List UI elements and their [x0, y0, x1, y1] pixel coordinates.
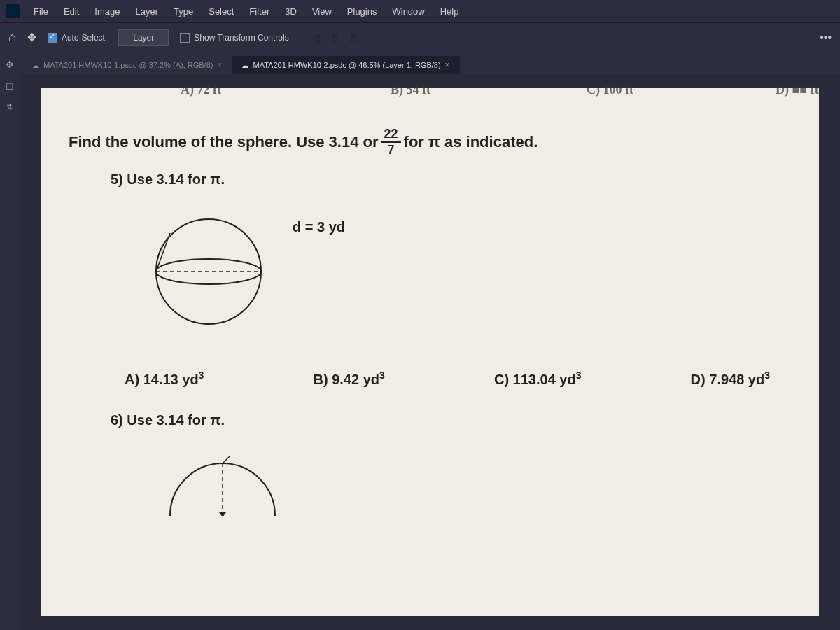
instruction-part2: for π as indicated. [404, 133, 538, 151]
auto-select-checkbox-wrapper: Auto-Select: [48, 33, 107, 43]
diameter-label: d = 3 yd [293, 219, 345, 235]
align-left-icon[interactable]: ▯ [314, 31, 327, 44]
main-area: ✥ ◻ ↯ ☁ MATA201 HMWK10-1.psdc @ 37.2% (A… [0, 52, 840, 630]
sphere-diagram [146, 209, 272, 335]
answer-a: A) 14.13 yd3 [125, 370, 204, 388]
prev-answer-b: B) 54 ft [391, 83, 430, 97]
close-tab-1-icon[interactable]: × [217, 60, 222, 70]
sphere2-diagram-area [160, 446, 791, 519]
menu-window[interactable]: Window [385, 4, 431, 20]
fraction-numerator: 22 [382, 127, 401, 143]
menu-3d[interactable]: 3D [278, 4, 304, 20]
menu-image[interactable]: Image [88, 4, 127, 20]
doc-tab-1-label: MATA201 HMWK10-1.psdc @ 37.2% (A), RGB/8… [43, 61, 213, 69]
auto-select-checkbox[interactable] [48, 33, 57, 43]
layer-dropdown[interactable]: Layer [118, 29, 169, 46]
show-transform-checkbox[interactable] [180, 33, 190, 43]
alignment-icons-group: ▯ ▯ ▯ [314, 31, 363, 44]
options-bar: ⌂ ✥ Auto-Select: Layer Show Transform Co… [0, 22, 840, 52]
lasso-tool[interactable]: ↯ [0, 97, 20, 116]
fraction-denominator: 7 [385, 143, 398, 158]
canvas-area: ☁ MATA201 HMWK10-1.psdc @ 37.2% (A), RGB… [20, 52, 840, 630]
show-transform-label: Show Transform Controls [194, 33, 288, 43]
doc-tab-2[interactable]: ☁ MATA201 HMWK10-2.psdc @ 46.5% (Layer 1… [232, 56, 459, 74]
answer-b: B) 9.42 yd3 [314, 370, 385, 388]
app-logo-icon [6, 4, 20, 18]
menu-plugins[interactable]: Plugins [340, 4, 384, 20]
menu-view[interactable]: View [305, 4, 339, 20]
doc-tab-2-label: MATA201 HMWK10-2.psdc @ 46.5% (Layer 1, … [253, 61, 440, 69]
menu-select[interactable]: Select [202, 4, 241, 20]
toolbox: ✥ ◻ ↯ [0, 52, 20, 630]
sphere2-diagram [160, 446, 286, 516]
answer-c: C) 113.04 yd3 [494, 370, 582, 388]
instruction-part1: Find the volume of the sphere. Use 3.14 … [69, 133, 379, 151]
answers-row: A) 14.13 yd3 B) 9.42 yd3 C) 113.04 yd3 D… [125, 370, 770, 388]
more-options-icon[interactable]: ••• [820, 31, 832, 44]
svg-marker-6 [219, 512, 226, 516]
document-tabs: ☁ MATA201 HMWK10-1.psdc @ 37.2% (A), RGB… [20, 52, 840, 74]
diagram-area: d = 3 yd [146, 209, 791, 335]
menu-layer[interactable]: Layer [129, 4, 166, 20]
auto-select-label: Auto-Select: [62, 33, 107, 43]
move-tool[interactable]: ✥ [0, 55, 20, 74]
svg-line-5 [223, 456, 230, 463]
doc-tab-1[interactable]: ☁ MATA201 HMWK10-1.psdc @ 37.2% (A), RGB… [22, 56, 232, 74]
menubar: File Edit Image Layer Type Select Filter… [0, 0, 840, 22]
align-center-icon[interactable]: ▯ [332, 31, 345, 44]
question-5-label: 5) Use 3.14 for π. [111, 172, 791, 188]
fraction-22-7: 22 7 [382, 127, 401, 158]
align-right-icon[interactable]: ▯ [351, 31, 363, 44]
canvas-viewport[interactable]: A) 72 ft B) 54 ft C) 100 ft D) ■■ ft Fin… [20, 74, 840, 630]
move-tool-icon[interactable]: ✥ [27, 31, 36, 44]
prev-answer-a: A) 72 ft [181, 83, 221, 97]
answer-d: D) 7.948 yd3 [691, 370, 770, 388]
menu-type[interactable]: Type [167, 4, 200, 20]
menu-edit[interactable]: Edit [57, 4, 86, 20]
close-tab-2-icon[interactable]: × [445, 60, 450, 70]
document-content: A) 72 ft B) 54 ft C) 100 ft D) ■■ ft Fin… [41, 88, 819, 616]
menu-help[interactable]: Help [433, 4, 466, 20]
cloud-icon: ☁ [241, 62, 248, 69]
cloud-icon: ☁ [32, 62, 39, 69]
menu-filter[interactable]: Filter [242, 4, 276, 20]
marquee-tool[interactable]: ◻ [0, 76, 20, 95]
prev-answer-d: D) ■■ ft [776, 83, 819, 97]
home-icon[interactable]: ⌂ [8, 30, 16, 45]
question-6-label: 6) Use 3.14 for π. [111, 412, 791, 428]
menu-file[interactable]: File [27, 4, 55, 20]
prev-answer-c: C) 100 ft [587, 83, 634, 97]
show-transform-wrapper: Show Transform Controls [180, 33, 288, 43]
instruction-text: Find the volume of the sphere. Use 3.14 … [69, 127, 791, 158]
